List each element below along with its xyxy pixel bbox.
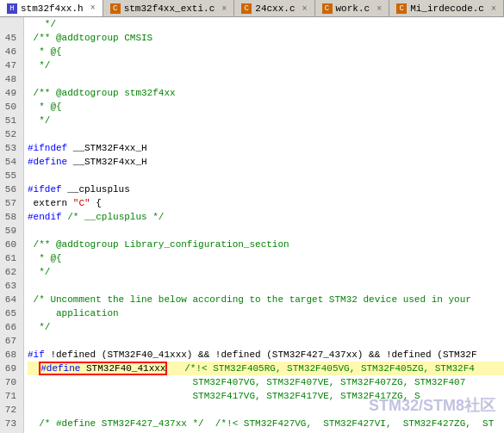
tab-24cxx-c[interactable]: C 24cxx.c ×: [234, 0, 314, 17]
code-line: STM32F407VG, STM32F407VE, STM32F407ZG, S…: [28, 375, 504, 389]
code-line: [28, 334, 504, 348]
code-line: */: [28, 114, 504, 127]
line-numbers-col: 45 46 47 48 49 50 51 52 53 54 55 56 57 5…: [0, 17, 24, 433]
tab-stm32f4xx-exti-c[interactable]: C stm32f4xx_exti.c ×: [103, 0, 235, 17]
tab-stm32f4xx-h[interactable]: H stm32f4xx.h ×: [0, 0, 103, 17]
code-line: /** @addtogroup stm32f4xx: [28, 86, 504, 100]
code-line: #if !defined (STM32F40_41xxx) && !define…: [28, 348, 504, 362]
tab-icon: C: [241, 3, 252, 14]
code-line: application: [28, 306, 504, 320]
code-line: #endif /* __cplusplus */: [28, 210, 504, 224]
tab-icon: C: [110, 3, 121, 14]
code-line: */: [28, 59, 504, 72]
tab-close[interactable]: ×: [90, 3, 96, 13]
tab-close[interactable]: ×: [302, 4, 308, 14]
code-line: [28, 279, 504, 293]
tab-icon: C: [322, 3, 333, 14]
code-line: */: [28, 320, 504, 334]
code-line: [28, 224, 504, 238]
tab-label: 24cxx.c: [255, 3, 295, 14]
tab-close[interactable]: ×: [376, 4, 382, 14]
code-line: * @{: [28, 251, 504, 265]
code-line: #ifdef __cplusplus: [28, 182, 504, 196]
code-line: * @{: [28, 100, 504, 114]
tab-label: Mi_irdecode.c: [410, 3, 484, 14]
tab-close[interactable]: ×: [221, 4, 227, 14]
code-line: */: [28, 17, 504, 31]
code-line: extern "C" {: [28, 196, 504, 210]
code-line: /* Uncomment the line below according to…: [28, 293, 504, 306]
code-line-highlighted: #define STM32F40_41xxx /*!< STM32F405RG,…: [28, 362, 504, 375]
tab-close[interactable]: ×: [491, 4, 496, 14]
tab-icon: H: [7, 3, 17, 14]
code-line: * @{: [28, 45, 504, 59]
tab-bar: H stm32f4xx.h × C stm32f4xx_exti.c × C 2…: [0, 0, 504, 17]
tab-label: stm32f4xx_exti.c: [124, 3, 215, 14]
code-line: #ifndef __STM32F4xx_H: [28, 141, 504, 155]
code-line: #define __STM32F4xx_H: [28, 155, 504, 169]
tab-label: stm32f4xx.h: [21, 3, 84, 14]
code-line: /** @addtogroup Library_configuration_se…: [28, 238, 504, 251]
code-line: [28, 72, 504, 86]
tab-mi-irdecode-c[interactable]: C Mi_irdecode.c ×: [389, 0, 504, 17]
tab-label: work.c: [336, 3, 370, 14]
code-line: [28, 403, 504, 417]
code-line: /* #define STM32F427_437xx */ /*!< STM32…: [28, 417, 504, 430]
code-line: [28, 127, 504, 141]
tab-work-c[interactable]: C work.c ×: [315, 0, 390, 17]
code-line: STM32F417VG, STM32F417VE, STM32F417ZG, S: [28, 389, 504, 403]
code-col[interactable]: */ /** @addtogroup CMSIS * @{ */ /** @ad…: [24, 17, 504, 433]
code-area: 45 46 47 48 49 50 51 52 53 54 55 56 57 5…: [0, 17, 504, 433]
code-line: /** @addtogroup CMSIS: [28, 31, 504, 45]
code-line: */: [28, 265, 504, 279]
code-line: [28, 169, 504, 182]
tab-icon: C: [396, 3, 407, 14]
